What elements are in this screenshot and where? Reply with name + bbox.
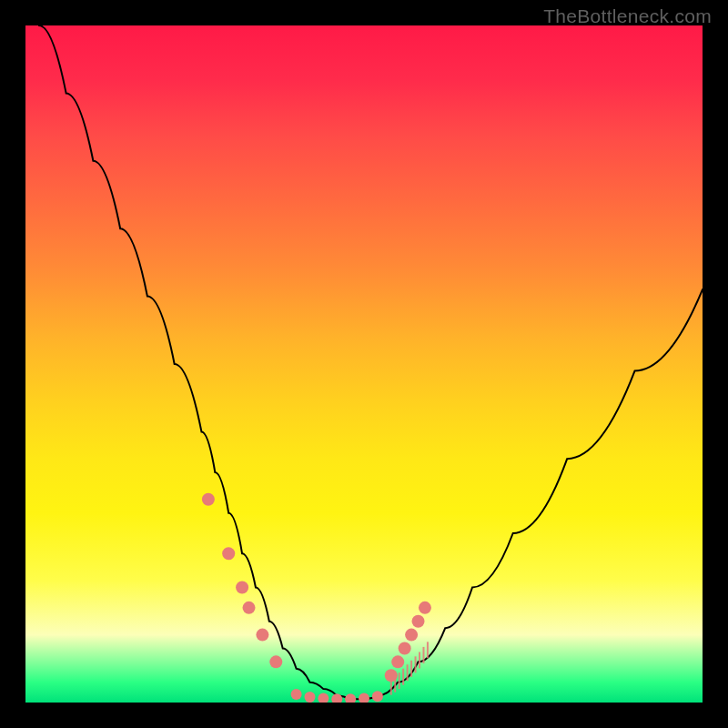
curve-marker [345,693,356,703]
curve-markers-bottom [291,689,383,703]
attribution-text: TheBottleneck.com [543,5,712,27]
curve-marker [202,493,215,506]
curve-marker [359,693,369,703]
curve-marker [385,669,398,682]
curve-marker [256,629,268,642]
curve-marker [243,602,256,614]
curve-marker [291,689,302,700]
curve-marker [405,629,418,642]
curve-marker [236,581,248,594]
chart-svg-overlay [25,25,703,703]
curve-markers-left [202,493,282,669]
curve-marker [372,691,383,702]
curve-marker [304,692,315,703]
curve-marker [331,693,342,703]
curve-marker [318,693,329,703]
curve-marker [269,655,282,668]
curve-marker [391,655,404,668]
bottleneck-curve [39,25,703,699]
chart-plot-area [25,25,703,703]
curve-marker [419,602,431,614]
curve-marker [412,615,425,628]
curve-marker [399,642,411,654]
curve-marker [222,547,235,560]
